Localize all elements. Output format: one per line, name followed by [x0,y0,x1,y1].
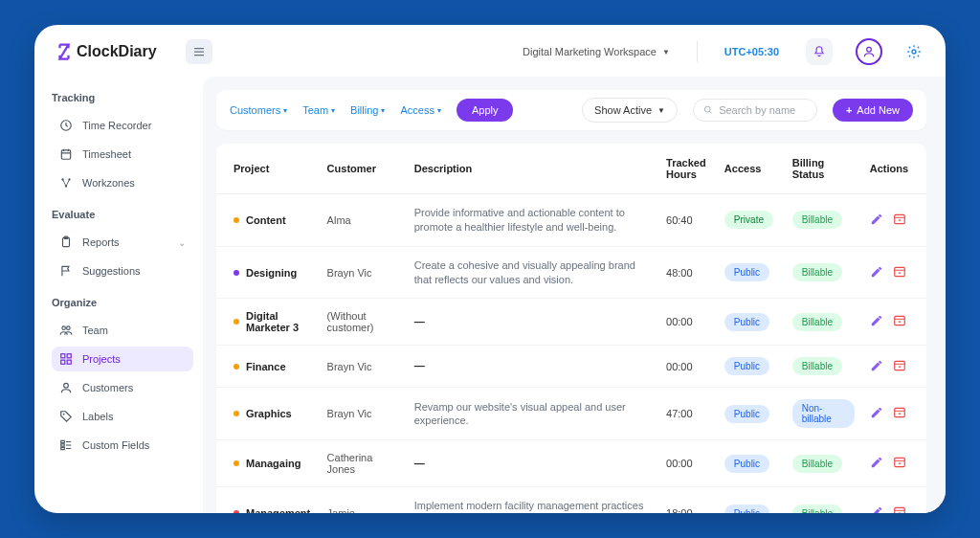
sidebar-item-labels[interactable]: Labels [52,404,193,429]
access-badge: Public [724,504,769,513]
plus-icon: + [846,104,852,116]
apply-button[interactable]: Apply [457,99,514,122]
filter-toolbar: Customers ▾Team ▾Billing ▾Access ▾ApplyS… [216,90,926,130]
pencil-icon [870,314,883,327]
archive-button[interactable] [893,406,906,421]
archive-button[interactable] [893,359,906,374]
sidebar-group-title: Tracking [52,92,193,103]
body: TrackingTime RecorderTimesheetWorkzonesE… [34,77,946,513]
archive-button[interactable] [893,505,906,513]
filter-team[interactable]: Team ▾ [302,104,335,116]
customer-cell: Alma [320,194,407,247]
description-cell: — [407,299,658,346]
access-badge: Public [724,405,769,423]
filter-customers[interactable]: Customers ▾ [230,104,287,116]
access-cell: Private [717,194,785,247]
sidebar-item-label: Labels [82,411,113,422]
project-color-dot [234,319,239,325]
project-name: Managaing [246,458,301,469]
svg-point-1 [912,50,916,54]
pencil-icon [870,456,883,469]
add-new-button[interactable]: +Add New [833,99,913,122]
svg-point-15 [64,383,69,388]
settings-button[interactable] [903,41,924,62]
actions-cell [870,505,909,513]
hours-cell: 00:00 [658,299,717,346]
edit-button[interactable] [870,359,883,374]
archive-button[interactable] [893,314,906,329]
show-active-dropdown[interactable]: Show Active ▼ [582,98,678,123]
search-box[interactable] [693,99,817,122]
sidebar-item-suggestions[interactable]: Suggestions [52,258,193,283]
project-color-dot [234,411,239,416]
notifications-button[interactable] [806,38,833,65]
chevron-down-icon: ▾ [381,106,385,115]
sidebar-item-customers[interactable]: Customers [52,375,193,400]
sidebar-item-label: Projects [82,353,121,365]
access-badge: Public [724,455,769,473]
chevron-down-icon: ▼ [657,106,665,115]
project-name: Digital Marketer 3 [246,310,312,333]
edit-button[interactable] [870,265,883,280]
app-shell: ClockDiary Digital Marketing Workspace ▼… [34,25,946,513]
empty-dash: — [414,360,425,371]
user-avatar-button[interactable] [856,38,882,65]
brand-logo-icon [56,43,73,60]
billing-cell: Billable [785,246,862,299]
archive-icon [893,505,906,513]
sidebar-item-time-recorder[interactable]: Time Recorder [52,113,193,138]
svg-point-16 [63,414,65,415]
svg-rect-25 [895,409,905,417]
svg-rect-17 [61,440,65,442]
pencil-icon [870,265,883,279]
edit-button[interactable] [870,456,883,471]
hamburger-menu-button[interactable] [186,39,212,64]
clock-icon [59,119,73,132]
sidebar-item-workzones[interactable]: Workzones [52,170,193,195]
access-badge: Private [724,211,773,229]
actions-cell [870,314,909,329]
archive-button[interactable] [893,265,906,280]
projects-table: Project Customer Description Tracked Hou… [216,144,926,513]
archive-button[interactable] [893,213,906,228]
access-badge: Public [724,263,769,281]
access-cell: Public [717,388,785,440]
project-cell: Designing [234,267,312,279]
filter-access[interactable]: Access ▾ [400,104,440,116]
pencil-icon [870,505,883,513]
sidebar-item-label: Team [82,325,108,336]
pencil-icon [870,406,883,419]
edit-button[interactable] [870,314,883,329]
th-project: Project [216,144,320,194]
sidebar: TrackingTime RecorderTimesheetWorkzonesE… [34,77,203,513]
sidebar-item-projects[interactable]: Projects [52,347,193,371]
svg-rect-19 [61,447,65,449]
sidebar-item-timesheet[interactable]: Timesheet [52,142,193,167]
sidebar-item-reports[interactable]: Reports⌄ [52,230,193,255]
edit-button[interactable] [870,505,883,513]
sidebar-item-team[interactable]: Team [52,318,193,343]
sidebar-item-label: Reports [82,236,120,248]
avatar-icon [862,45,876,58]
description-cell: Provide informative and actionable conte… [407,194,658,247]
fields-icon [59,438,73,452]
project-cell: Content [234,214,312,226]
access-cell: Public [717,487,785,513]
edit-button[interactable] [870,406,883,421]
search-input[interactable] [719,104,807,116]
customer-cell: Brayn Vic [320,346,407,388]
edit-button[interactable] [870,213,883,228]
empty-dash: — [414,458,425,469]
actions-cell [870,456,909,471]
svg-rect-18 [61,444,65,446]
calendar-icon [59,147,73,161]
sidebar-item-custom-fields[interactable]: Custom Fields [52,433,193,458]
archive-button[interactable] [893,456,906,471]
chevron-down-icon: ▾ [331,106,335,115]
timezone-label[interactable]: UTC+05:30 [724,46,779,57]
filter-billing[interactable]: Billing ▾ [350,104,385,116]
projects-table-wrap: Project Customer Description Tracked Hou… [216,144,926,513]
archive-icon [893,314,906,327]
workspace-selector[interactable]: Digital Marketing Workspace ▼ [523,46,670,57]
description-cell: Implement modern facility management pra… [407,487,658,513]
